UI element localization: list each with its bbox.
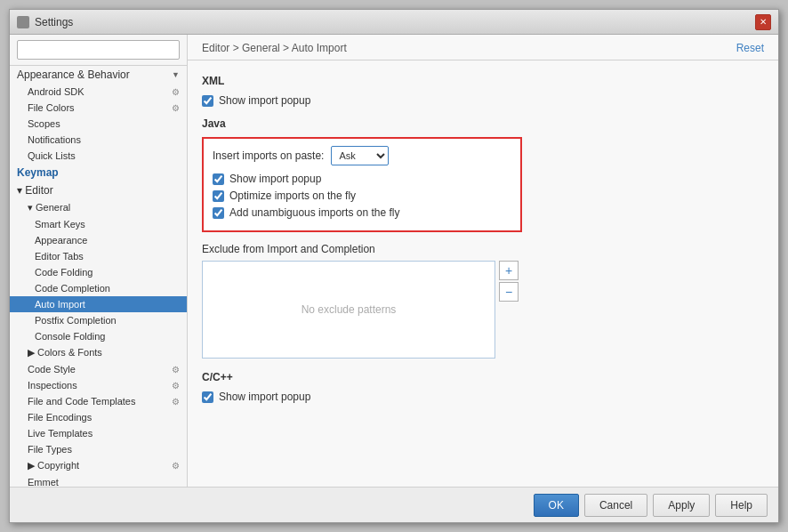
sidebar-item-file-colors[interactable]: File Colors ⚙ [10, 100, 187, 116]
java-show-import-label: Show import popup [229, 173, 321, 185]
xml-show-import-checkbox[interactable] [202, 95, 213, 107]
exclude-placeholder: No exclude patterns [302, 303, 397, 316]
sidebar-label: Quick Lists [28, 150, 76, 161]
java-optimize-imports-row: Optimize imports on the fly [213, 189, 511, 202]
xml-section: XML Show import popup [202, 75, 764, 107]
sidebar-item-live-templates[interactable]: Live Templates [10, 425, 187, 441]
sidebar-label: Notifications [28, 134, 81, 145]
sidebar-item-emmet[interactable]: Emmet [10, 474, 187, 487]
footer: OK Cancel Apply Help [10, 487, 778, 522]
sidebar-item-smart-keys[interactable]: Smart Keys [10, 216, 187, 232]
expand-icon: ▼ [172, 70, 180, 79]
exclude-section-title: Exclude from Import and Completion [202, 243, 764, 255]
sidebar-label: Console Folding [35, 331, 106, 342]
sidebar-item-code-style[interactable]: Code Style ⚙ [10, 361, 187, 377]
main-body: XML Show import popup Java Insert import… [188, 60, 778, 487]
java-optimize-imports-checkbox[interactable] [213, 190, 224, 202]
sidebar-label: Android SDK [28, 86, 84, 97]
sidebar-item-editor-tabs[interactable]: Editor Tabs [10, 248, 187, 264]
sidebar-label: Emmet [28, 477, 59, 487]
java-section-title: Java [202, 117, 764, 130]
apply-button[interactable]: Apply [653, 494, 710, 517]
exclude-box-wrapper: No exclude patterns + − [202, 261, 764, 359]
sidebar-item-keymap[interactable]: Keymap [10, 164, 187, 181]
sidebar-label: Auto Import [35, 299, 85, 310]
sidebar-item-code-folding[interactable]: Code Folding [10, 264, 187, 280]
content-area: Appearance & Behavior ▼ Android SDK ⚙ Fi… [10, 35, 778, 487]
cpp-show-import-label: Show import popup [219, 391, 310, 403]
search-box [10, 35, 187, 66]
sidebar-item-inspections[interactable]: Inspections ⚙ [10, 377, 187, 393]
sidebar-label: ▶ Copyright [28, 460, 79, 472]
sidebar-item-postfix-completion[interactable]: Postfix Completion [10, 312, 187, 328]
sidebar-item-general[interactable]: ▾ General [10, 199, 187, 216]
help-button[interactable]: Help [715, 494, 768, 517]
sidebar-label: File Types [28, 444, 72, 455]
xml-section-title: XML [202, 75, 764, 87]
java-optimize-imports-label: Optimize imports on the fly [229, 189, 356, 202]
sidebar-label: Appearance [35, 235, 87, 246]
sidebar-item-editor[interactable]: ▾ Editor [10, 181, 187, 199]
sidebar-label: Scopes [28, 118, 60, 129]
sidebar-label: Smart Keys [35, 219, 85, 230]
config-icon: ⚙ [172, 365, 180, 375]
sidebar-label: ▾ General [28, 202, 70, 214]
exclude-patterns-box: No exclude patterns [202, 261, 495, 359]
sidebar-label: Code Folding [35, 267, 92, 278]
sidebar-item-file-code-templates[interactable]: File and Code Templates ⚙ [10, 393, 187, 409]
java-box: Insert imports on paste: Ask Always Neve… [202, 137, 522, 232]
sidebar-item-appearance[interactable]: Appearance [10, 232, 187, 248]
sidebar-item-scopes[interactable]: Scopes [10, 116, 187, 132]
sidebar-item-auto-import[interactable]: Auto Import [10, 296, 187, 312]
sidebar-item-copyright[interactable]: ▶ Copyright ⚙ [10, 457, 187, 474]
sidebar-label: Code Completion [35, 283, 110, 294]
java-add-unambiguous-checkbox[interactable] [213, 207, 224, 219]
xml-show-import-label: Show import popup [219, 94, 310, 107]
main-header: Editor > General > Auto Import Reset [188, 35, 778, 60]
sidebar-item-code-completion[interactable]: Code Completion [10, 280, 187, 296]
sidebar-item-colors-fonts[interactable]: ▶ Colors & Fonts [10, 344, 187, 361]
cpp-show-import-popup-row: Show import popup [202, 391, 764, 403]
sidebar-label: File Encodings [28, 412, 92, 423]
cpp-section-title: C/C++ [202, 371, 764, 383]
sidebar-item-notifications[interactable]: Notifications [10, 132, 187, 148]
cpp-section: C/C++ Show import popup [202, 371, 764, 403]
java-add-unambiguous-label: Add unambiguous imports on the fly [229, 206, 399, 219]
search-input[interactable] [17, 40, 180, 60]
cpp-show-import-checkbox[interactable] [202, 391, 213, 403]
sidebar-label: ▾ Editor [17, 184, 53, 197]
breadcrumb: Editor > General > Auto Import [202, 42, 347, 54]
sidebar-label: Editor Tabs [35, 251, 84, 262]
settings-window: Settings ✕ Appearance & Behavior ▼ Andro… [9, 9, 779, 523]
config-icon: ⚙ [172, 103, 180, 113]
sidebar-label: ▶ Colors & Fonts [28, 347, 102, 359]
sidebar-item-console-folding[interactable]: Console Folding [10, 328, 187, 344]
sidebar-item-android-sdk[interactable]: Android SDK ⚙ [10, 84, 187, 100]
sidebar-item-file-types[interactable]: File Types [10, 441, 187, 457]
close-button[interactable]: ✕ [755, 14, 771, 30]
ok-button[interactable]: OK [534, 494, 579, 517]
add-pattern-button[interactable]: + [499, 261, 519, 280]
config-icon: ⚙ [172, 87, 180, 97]
reset-link[interactable]: Reset [736, 42, 764, 54]
insert-imports-select[interactable]: Ask Always Never [331, 146, 389, 165]
java-show-import-checkbox[interactable] [213, 173, 224, 185]
sidebar-label: Keymap [17, 166, 59, 179]
sidebar-item-appearance-behavior[interactable]: Appearance & Behavior ▼ [10, 66, 187, 84]
sidebar: Appearance & Behavior ▼ Android SDK ⚙ Fi… [10, 35, 188, 487]
main-content: Editor > General > Auto Import Reset XML… [188, 35, 778, 487]
window-icon [17, 16, 29, 28]
exclude-buttons: + − [499, 261, 519, 303]
sidebar-item-file-encodings[interactable]: File Encodings [10, 409, 187, 425]
config-icon: ⚙ [172, 381, 180, 391]
sidebar-item-quick-lists[interactable]: Quick Lists [10, 148, 187, 164]
config-icon: ⚙ [172, 461, 180, 471]
sidebar-label: File Colors [28, 102, 75, 113]
window-title: Settings [35, 16, 73, 28]
remove-pattern-button[interactable]: − [499, 282, 519, 302]
sidebar-label: Code Style [28, 364, 76, 375]
sidebar-label: Live Templates [28, 428, 92, 439]
sidebar-label: Postfix Completion [35, 315, 117, 326]
cancel-button[interactable]: Cancel [584, 494, 647, 517]
insert-imports-label: Insert imports on paste: [213, 149, 324, 162]
